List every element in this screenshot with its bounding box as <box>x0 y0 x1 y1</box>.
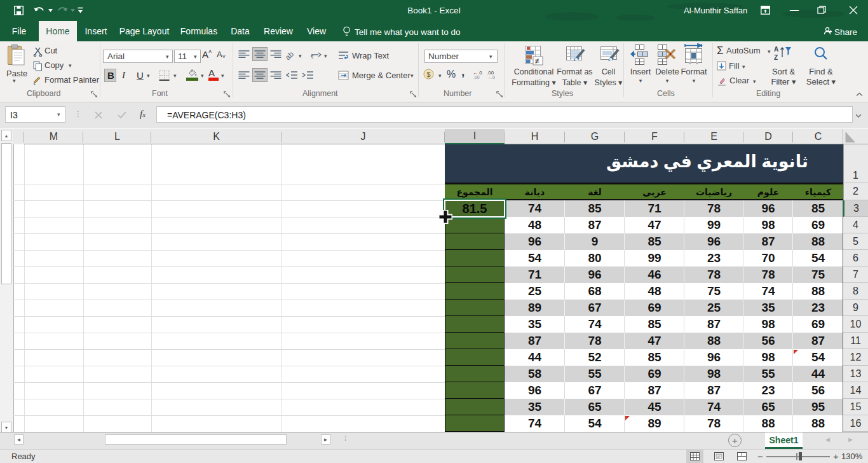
svg-text:ab: ab <box>286 50 295 60</box>
svg-text:Z: Z <box>774 54 778 61</box>
svg-text:≠: ≠ <box>535 57 539 66</box>
svg-text:→.0: →.0 <box>487 75 495 79</box>
svg-text:A: A <box>774 46 778 53</box>
svg-text:$: $ <box>427 71 431 78</box>
svg-text:¶: ¶ <box>311 54 313 60</box>
svg-text:.00: .00 <box>473 75 480 79</box>
